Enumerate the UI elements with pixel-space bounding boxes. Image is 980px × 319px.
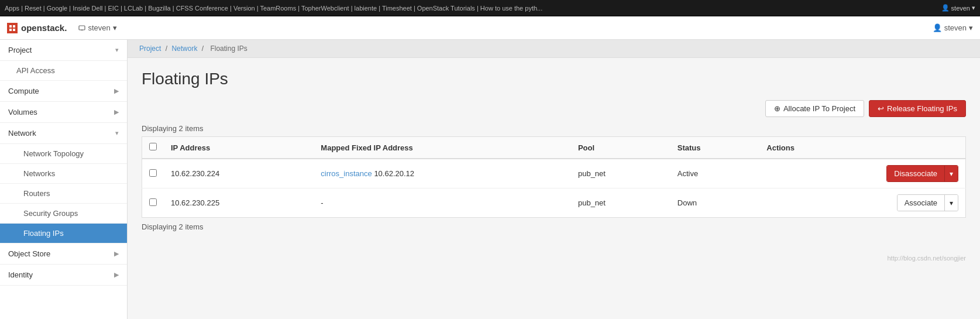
networks-label: Networks [23, 169, 55, 178]
table-row: 10.62.230.225 - pub_net Down Associate ▾ [142, 188, 966, 218]
table-header-row: IP Address Mapped Fixed IP Address Pool … [142, 137, 966, 159]
sidebar-compute-section[interactable]: Compute ▶ [0, 81, 127, 102]
row1-disassociate-button[interactable]: Disassociate [887, 166, 945, 181]
project-chevron-icon: ▾ [115, 46, 119, 54]
release-label: Release Floating IPs [887, 104, 957, 113]
display-count-top: Displaying 2 items [142, 124, 966, 133]
user-person-icon: 👤 [933, 23, 942, 32]
main-content: Project / Network / Floating IPs Floatin… [128, 40, 980, 319]
svg-rect-6 [81, 30, 83, 30]
row2-associate-button[interactable]: Associate [898, 195, 945, 211]
project-label: steven [88, 23, 110, 32]
compute-chevron-icon: ▶ [114, 87, 119, 95]
topbar-user[interactable]: 👤 steven ▾ [941, 4, 975, 12]
footer-url: http://blog.csdn.net/songjier [142, 255, 966, 262]
row2-ip-address: 10.62.230.225 [164, 188, 314, 218]
security-groups-label: Security Groups [23, 209, 78, 218]
svg-rect-2 [13, 25, 15, 28]
row2-actions: Associate ▾ [759, 188, 965, 218]
sidebar-project-label: Project [8, 46, 32, 54]
release-icon: ↩ [878, 104, 884, 113]
svg-rect-1 [9, 25, 12, 28]
row1-checkbox-cell[interactable] [142, 159, 164, 188]
network-label: Network [8, 129, 36, 138]
svg-rect-5 [79, 26, 85, 30]
row1-checkbox[interactable] [149, 169, 157, 177]
table-header-ip-address: IP Address [164, 137, 314, 159]
browser-topbar: Apps | Reset | Google | Inside Dell | EI… [0, 0, 980, 16]
volumes-label: Volumes [8, 108, 37, 116]
row2-checkbox[interactable] [149, 198, 157, 206]
row2-pool: pub_net [571, 188, 670, 218]
sidebar-identity-section[interactable]: Identity ▶ [0, 265, 127, 286]
floating-ips-label: Floating IPs [23, 229, 64, 238]
identity-chevron-icon: ▶ [114, 271, 119, 279]
api-access-label: API Access [16, 66, 55, 75]
sidebar-item-network-topology[interactable]: Network Topology [0, 144, 127, 164]
brand-logo[interactable]: openstack. [7, 23, 67, 33]
table-header-status: Status [670, 137, 759, 159]
object-store-label: Object Store [8, 249, 50, 258]
main-layout: Project ▾ API Access Compute ▶ Volumes ▶… [0, 40, 980, 319]
sidebar-item-routers[interactable]: Routers [0, 184, 127, 204]
row2-checkbox-cell[interactable] [142, 188, 164, 218]
sidebar-project-section[interactable]: Project ▾ [0, 40, 127, 61]
svg-rect-4 [13, 29, 15, 31]
project-dropdown-icon: ▾ [113, 23, 117, 32]
identity-label: Identity [8, 270, 33, 279]
allocate-ip-button[interactable]: ⊕ Allocate IP To Project [765, 100, 864, 117]
breadcrumb-sep-1: / [166, 44, 167, 53]
volumes-chevron-icon: ▶ [114, 108, 119, 116]
sidebar-network-section[interactable]: Network ▾ [0, 123, 127, 144]
header-user-dropdown-icon: ▾ [969, 23, 973, 32]
svg-rect-3 [9, 29, 12, 31]
compute-label: Compute [8, 87, 39, 95]
breadcrumb-current: Floating IPs [210, 44, 247, 53]
select-all-checkbox[interactable] [149, 143, 157, 150]
header-username: steven [944, 23, 967, 32]
monitor-icon [78, 25, 85, 32]
row1-status: Active [670, 159, 759, 188]
content-area: Floating IPs ⊕ Allocate IP To Project ↩ … [128, 58, 980, 273]
toolbar: ⊕ Allocate IP To Project ↩ Release Float… [142, 100, 966, 117]
row1-actions: Disassociate ▾ [759, 159, 965, 188]
header-project-selector[interactable]: steven ▾ [78, 23, 116, 32]
sidebar-item-security-groups[interactable]: Security Groups [0, 204, 127, 224]
sidebar-item-floating-ips[interactable]: Floating IPs [0, 224, 127, 243]
header-bar: openstack. steven ▾ 👤 steven ▾ [0, 16, 980, 40]
row2-action-split: Associate ▾ [897, 194, 958, 211]
row2-mapped-ip: - [314, 188, 571, 218]
breadcrumb-project[interactable]: Project [139, 44, 161, 53]
table-header-pool: Pool [571, 137, 670, 159]
row1-pool: pub_net [571, 159, 670, 188]
breadcrumb-network[interactable]: Network [171, 44, 197, 53]
page-title: Floating IPs [142, 70, 966, 88]
object-store-chevron-icon: ▶ [114, 250, 119, 258]
row1-action-split: Disassociate ▾ [886, 165, 958, 182]
floating-ips-table: IP Address Mapped Fixed IP Address Pool … [142, 136, 966, 218]
sidebar-item-networks[interactable]: Networks [0, 164, 127, 184]
display-count-bottom: Displaying 2 items [142, 222, 966, 231]
row2-action-dropdown[interactable]: ▾ [945, 195, 958, 211]
table-row: 10.62.230.224 cirros_instance 10.62.20.1… [142, 159, 966, 188]
table-header-checkbox[interactable] [142, 137, 164, 159]
sidebar-item-api-access[interactable]: API Access [0, 61, 127, 81]
release-floating-ips-button[interactable]: ↩ Release Floating IPs [869, 100, 966, 117]
routers-label: Routers [23, 189, 50, 198]
allocate-icon: ⊕ [774, 104, 780, 113]
network-chevron-icon: ▾ [115, 129, 119, 137]
row1-mapped-ip: cirros_instance 10.62.20.12 [314, 159, 571, 188]
sidebar-object-store-section[interactable]: Object Store ▶ [0, 243, 127, 265]
breadcrumb: Project / Network / Floating IPs [128, 40, 980, 58]
row1-instance-link[interactable]: cirros_instance [321, 169, 372, 178]
breadcrumb-sep-2: / [202, 44, 204, 53]
table-header-mapped-ip: Mapped Fixed IP Address [314, 137, 571, 159]
user-icon: 👤 [941, 4, 950, 12]
brand-name: openstack. [21, 23, 67, 33]
row1-mapped-ip-suffix: 10.62.20.12 [374, 169, 414, 178]
browser-bookmarks: Apps | Reset | Google | Inside Dell | EI… [5, 5, 542, 12]
row1-action-dropdown[interactable]: ▾ [945, 166, 958, 181]
row2-status: Down [670, 188, 759, 218]
header-user-menu[interactable]: 👤 steven ▾ [933, 23, 973, 32]
sidebar-volumes-section[interactable]: Volumes ▶ [0, 102, 127, 123]
